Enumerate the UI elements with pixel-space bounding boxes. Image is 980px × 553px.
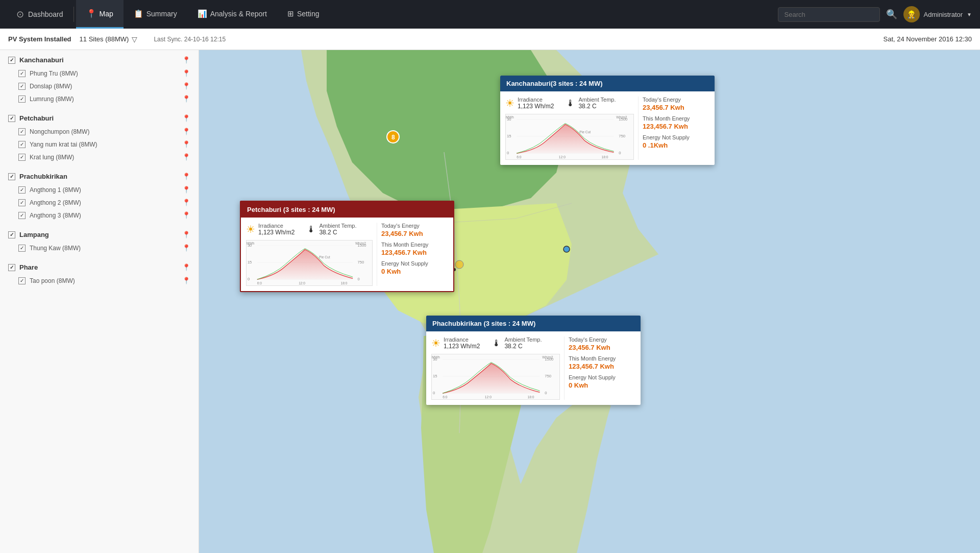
- thermometer-icon-petchaburi: 🌡: [307, 224, 316, 235]
- location-icon-phung-tru[interactable]: 📍: [182, 69, 190, 77]
- location-icon-lampang[interactable]: 📍: [182, 231, 190, 238]
- today-value-phachubkirikan: 23,456.7 Kwh: [569, 344, 635, 351]
- location-icon-angthong3[interactable]: 📍: [182, 211, 190, 219]
- group-header-lampang[interactable]: Lampang 📍: [0, 228, 199, 242]
- site-tao-poon[interactable]: Tao poon (8MW) 📍: [0, 274, 199, 287]
- irradiance-value-petchaburi: 1,123 Wh/m2: [258, 229, 295, 236]
- group-header-phare[interactable]: Phare 📍: [0, 260, 199, 274]
- svg-text:Wh/m2: Wh/m2: [355, 242, 366, 245]
- location-icon-lumrung[interactable]: 📍: [182, 95, 190, 103]
- user-menu[interactable]: 👷 Administrator ▼: [903, 6, 972, 22]
- location-icon-angthong1[interactable]: 📍: [182, 186, 190, 194]
- nav-analysis-label: Analysis & Report: [210, 10, 267, 18]
- svg-text:0: 0: [619, 151, 621, 155]
- site-angthong2[interactable]: Angthong 2 (8MW) 📍: [0, 196, 199, 209]
- svg-text:15: 15: [433, 374, 437, 378]
- group-header-petchaburi[interactable]: Petchaburi 📍: [0, 111, 199, 125]
- pv-label: PV System Installed: [8, 35, 71, 43]
- user-dropdown-icon[interactable]: ▼: [967, 12, 972, 17]
- checkbox-phare[interactable]: [8, 264, 15, 271]
- site-krat-lung[interactable]: Krat lung (8MW) 📍: [0, 151, 199, 163]
- location-icon-tao-poon[interactable]: 📍: [182, 277, 190, 284]
- map-area[interactable]: 8 Kanchanaburi(3 sites : 24 MW) ☀ Irradi…: [199, 50, 980, 553]
- location-icon-nongchumpon[interactable]: 📍: [182, 128, 190, 135]
- checkbox-angthong1[interactable]: [18, 186, 26, 194]
- checkbox-angthong3[interactable]: [18, 212, 26, 219]
- card-title-phachubkirikan: Phachubkirikan (3 sites : 24 MW): [432, 320, 535, 327]
- card-right-petchaburi: Today's Energy 23,456.7 Kwh This Month E…: [377, 223, 448, 286]
- group-name-prachubkirikan: Prachubkirikan: [19, 173, 67, 180]
- temp-label-petchaburi: Ambient Temp.: [319, 223, 356, 229]
- card-header-kanchanaburi: Kanchanaburi(3 sites : 24 MW): [500, 76, 715, 91]
- nav-item-analysis[interactable]: 📊 Analysis & Report: [187, 0, 277, 29]
- search-input[interactable]: [778, 7, 880, 22]
- location-icon-prachubkirikan[interactable]: 📍: [182, 173, 190, 180]
- card-metrics-phachubkirikan: ☀ Irradiance 1,123 Wh/m2 🌡 Ambient Temp.…: [431, 336, 560, 350]
- svg-text:18:0: 18:0: [602, 155, 608, 159]
- checkbox-donslap[interactable]: [18, 83, 26, 90]
- checkbox-nongchumpon[interactable]: [18, 128, 26, 135]
- location-icon-yang-num[interactable]: 📍: [182, 140, 190, 148]
- checkbox-angthong2[interactable]: [18, 199, 26, 206]
- nav-item-setting[interactable]: ⊞ Setting: [277, 0, 330, 29]
- site-nongchumpon[interactable]: Nongchumpon (8MW) 📍: [0, 125, 199, 138]
- location-icon-phare[interactable]: 📍: [182, 263, 190, 271]
- site-name-angthong1: Angthong 1 (8MW): [30, 186, 81, 194]
- location-icon-donslap[interactable]: 📍: [182, 82, 190, 90]
- site-name-tao-poon: Tao poon (8MW): [30, 277, 75, 284]
- svg-point-3: [564, 246, 570, 252]
- checkbox-yang-num[interactable]: [18, 141, 26, 148]
- svg-text:Wh/m2: Wh/m2: [542, 355, 553, 359]
- nav-item-summary[interactable]: 📋 Summary: [124, 0, 187, 29]
- checkbox-thung-kaw[interactable]: [18, 245, 26, 252]
- svg-text:MWh: MWh: [247, 242, 255, 245]
- notsupply-value-phachubkirikan: 0 Kwh: [569, 381, 635, 389]
- nav-item-map[interactable]: 📍 Map: [76, 0, 124, 29]
- card-petchaburi: Petchaburi (3 sites : 24 MW) ☀ Irradianc…: [240, 201, 454, 292]
- nav-brand[interactable]: ⊙ Dashboard: [8, 9, 71, 20]
- site-angthong1[interactable]: Angthong 1 (8MW) 📍: [0, 183, 199, 196]
- site-angthong3[interactable]: Angthong 3 (8MW) 📍: [0, 209, 199, 222]
- today-label-petchaburi: Today's Energy: [381, 223, 448, 229]
- group-header-prachubkirikan[interactable]: Prachubkirikan 📍: [0, 170, 199, 183]
- card-kanchanaburi: Kanchanaburi(3 sites : 24 MW) ☀ Irradian…: [500, 76, 715, 165]
- checkbox-phung-tru[interactable]: [18, 70, 26, 77]
- site-phung-tru[interactable]: Phung Tru (8MW) 📍: [0, 67, 199, 80]
- svg-text:0: 0: [248, 277, 250, 281]
- search-icon[interactable]: 🔍: [886, 9, 897, 20]
- location-icon-angthong2[interactable]: 📍: [182, 199, 190, 206]
- svg-text:15: 15: [507, 134, 511, 138]
- site-name-phung-tru: Phung Tru (8MW): [30, 70, 78, 77]
- checkbox-prachubkirikan[interactable]: [8, 173, 15, 180]
- month-label-phachubkirikan: This Month Energy: [569, 355, 635, 362]
- irradiance-metric: ☀ Irradiance 1,123 Wh/m2: [505, 97, 554, 110]
- group-header-kanchanaburi[interactable]: Kanchanaburi 📍: [0, 53, 199, 67]
- site-lumrung[interactable]: Lumrung (8MW) 📍: [0, 92, 199, 105]
- irradiance-label-kanchanaburi: Irradiance: [518, 97, 554, 103]
- checkbox-petchaburi[interactable]: [8, 115, 15, 122]
- checkbox-kanchanaburi[interactable]: [8, 57, 15, 64]
- site-thung-kaw[interactable]: Thung Kaw (8MW) 📍: [0, 242, 199, 254]
- group-petchaburi: Petchaburi 📍 Nongchumpon (8MW) 📍 Yang nu…: [0, 108, 199, 166]
- site-yang-num[interactable]: Yang num krat tai (8MW) 📍: [0, 138, 199, 151]
- location-icon-kanchanaburi[interactable]: 📍: [182, 56, 190, 64]
- group-name-kanchanaburi: Kanchanaburi: [19, 56, 64, 64]
- filter-icon[interactable]: ▽: [132, 35, 137, 43]
- site-name-yang-num: Yang num krat tai (8MW): [30, 141, 97, 148]
- svg-text:8: 8: [391, 134, 395, 141]
- svg-text:Wh/m2: Wh/m2: [616, 115, 627, 119]
- checkbox-krat-lung[interactable]: [18, 154, 26, 161]
- svg-text:18:0: 18:0: [528, 395, 534, 399]
- location-icon-petchaburi[interactable]: 📍: [182, 114, 190, 122]
- chart-petchaburi: 30 15 0 MWh 1500 750 0 Wh/m2: [246, 240, 373, 286]
- checkbox-lampang[interactable]: [8, 231, 15, 238]
- location-icon-krat-lung[interactable]: 📍: [182, 153, 190, 161]
- location-icon-thung-kaw[interactable]: 📍: [182, 244, 190, 252]
- site-donslap[interactable]: Donslap (8MW) 📍: [0, 80, 199, 92]
- chart-phachubkirikan: 30 15 0 MWh 1500 750 0 Wh/m2: [431, 354, 560, 400]
- card-phachubkirikan: Phachubkirikan (3 sites : 24 MW) ☀ Irrad…: [426, 316, 641, 405]
- svg-text:Pie Cut: Pie Cut: [579, 130, 591, 134]
- checkbox-tao-poon[interactable]: [18, 277, 26, 284]
- checkbox-lumrung[interactable]: [18, 95, 26, 103]
- site-name-lumrung: Lumrung (8MW): [30, 95, 74, 103]
